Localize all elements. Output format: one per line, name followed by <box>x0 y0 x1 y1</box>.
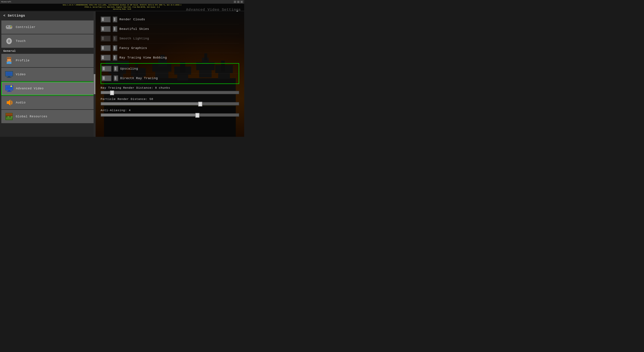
ray-tracing-view-bobbing-label: Ray Tracing View Bobbing <box>120 56 167 59</box>
ray-tracing-view-bobbing-toggle[interactable] <box>100 55 111 61</box>
toggle-row-ray-tracing-view-bobbing: Ray Tracing View Bobbing <box>100 53 239 62</box>
svg-rect-36 <box>10 57 11 59</box>
svg-rect-39 <box>7 61 8 62</box>
ray-tracing-render-distance-label: Ray Tracing Render Distance: 8 chunks <box>100 86 239 89</box>
sidebar-item-touch-label: Touch <box>16 39 26 43</box>
sidebar-item-touch[interactable]: Touch <box>1 34 94 48</box>
beautiful-skies-toggle[interactable] <box>100 26 111 32</box>
render-clouds-toggle2[interactable] <box>113 16 118 22</box>
beautiful-skies-handle <box>102 27 104 31</box>
minimize-button[interactable]: − <box>234 1 236 3</box>
maximize-button[interactable]: □ <box>237 1 240 3</box>
fancy-graphics-toggle[interactable] <box>100 45 111 51</box>
sidebar-item-profile[interactable]: Profile <box>1 54 94 67</box>
titlebar: Minecraft − □ × <box>0 0 244 4</box>
sidebar-item-video-label: Video <box>16 73 26 76</box>
svg-rect-57 <box>11 116 12 117</box>
smooth-lighting-toggle2[interactable] <box>113 35 118 41</box>
controller-icon <box>5 23 13 31</box>
particle-render-distance-thumb[interactable] <box>198 102 202 106</box>
close-button[interactable]: × <box>240 1 243 3</box>
sidebar-item-advanced-video-label: Advanced Video <box>16 87 44 90</box>
video-icon <box>5 70 13 78</box>
sidebar-item-controller[interactable]: Controller <box>1 20 94 34</box>
directx-ray-tracing-toggle[interactable] <box>102 75 112 81</box>
svg-rect-44 <box>7 77 12 78</box>
anti-aliasing-label: Anti-Aliasing: 4 <box>100 109 239 112</box>
upscaling-toggle[interactable] <box>102 66 112 72</box>
titlebar-title: Minecraft <box>1 1 11 3</box>
main-container: < Settings Controller <box>0 11 244 137</box>
toggle-row-beautiful-skies: Beautiful Skies <box>100 24 239 34</box>
svg-point-33 <box>8 40 10 42</box>
sidebar-item-global-resources[interactable]: Global Resources <box>1 110 94 123</box>
directx-ray-tracing-handle <box>102 76 105 80</box>
anti-aliasing-track[interactable] <box>100 113 239 117</box>
toggle-row-render-clouds: Render Clouds <box>100 15 239 24</box>
svg-rect-26 <box>8 26 8 27</box>
back-button[interactable]: < Settings <box>0 11 28 20</box>
svg-rect-48 <box>7 91 12 92</box>
particle-render-distance-track[interactable] <box>100 102 239 105</box>
beautiful-skies-handle2 <box>114 27 116 31</box>
ray-tracing-render-distance-track[interactable] <box>100 91 239 94</box>
debug-line1: beta 1.15.0.7 (RENDERDRAGON) D3D12 RTX C… <box>1 4 244 6</box>
controller-svg <box>5 24 13 30</box>
advanced-video-icon <box>5 84 13 92</box>
profile-icon <box>5 56 13 64</box>
upscaling-handle <box>102 67 105 70</box>
svg-rect-37 <box>8 59 10 60</box>
svg-rect-24 <box>6 25 12 29</box>
video-svg <box>5 71 13 78</box>
fancy-graphics-label: Fancy Graphics <box>120 46 147 50</box>
render-clouds-toggle[interactable] <box>100 16 111 22</box>
ray-tracing-render-distance-section: Ray Tracing Render Distance: 8 chunks <box>100 85 239 96</box>
ray-tracing-view-bobbing-toggle2[interactable] <box>113 55 118 61</box>
directx-ray-tracing-label: DirectX Ray Tracing <box>120 77 158 80</box>
debug-bar: beta 1.15.0.7 (RENDERDRAGON) D3D12 RTX C… <box>0 4 244 11</box>
anti-aliasing-thumb[interactable] <box>196 113 200 118</box>
sidebar: < Settings Controller <box>0 11 96 137</box>
smooth-lighting-handle <box>102 36 104 40</box>
fancy-graphics-handle2 <box>114 46 116 50</box>
debug-line3: Upscaling Mode: DLSS <box>1 8 244 10</box>
svg-marker-50 <box>7 100 10 106</box>
anti-aliasing-section: Anti-Aliasing: 4 <box>100 107 239 118</box>
svg-rect-52 <box>6 113 12 116</box>
directx-ray-tracing-toggle2[interactable] <box>114 75 118 81</box>
smooth-lighting-handle2 <box>114 36 116 40</box>
ray-tracing-view-bobbing-handle2 <box>114 56 116 59</box>
sidebar-scroll-thumb[interactable] <box>94 74 96 94</box>
ray-tracing-render-distance-thumb[interactable] <box>110 90 114 95</box>
upscaling-handle2 <box>114 67 116 70</box>
green-group: Upscaling DirectX Ray Tracing <box>100 63 239 84</box>
svg-rect-55 <box>8 116 9 117</box>
smooth-lighting-toggle[interactable] <box>100 35 111 41</box>
toggle-row-upscaling: Upscaling <box>102 64 238 74</box>
svg-rect-47 <box>8 90 10 91</box>
sidebar-item-video[interactable]: Video <box>1 68 94 81</box>
beautiful-skies-label: Beautiful Skies <box>120 27 149 31</box>
directx-ray-tracing-handle2 <box>114 76 116 80</box>
sidebar-item-advanced-video[interactable]: Advanced Video <box>1 82 94 95</box>
svg-rect-54 <box>6 116 8 117</box>
advanced-video-svg <box>5 85 13 92</box>
debug-line2: FPS53.4, ServerTime:1.2, Mem:5129, Highe… <box>1 6 244 8</box>
sidebar-item-audio[interactable]: Audio <box>1 96 94 109</box>
global-resources-icon <box>5 112 13 120</box>
audio-icon <box>5 99 13 107</box>
render-clouds-handle2 <box>114 17 116 21</box>
particle-render-distance-filled <box>101 102 200 105</box>
upscaling-toggle2[interactable] <box>114 66 118 72</box>
touch-svg <box>6 37 12 45</box>
fancy-graphics-toggle2[interactable] <box>113 45 118 51</box>
ray-tracing-view-bobbing-handle <box>102 56 104 59</box>
content-panel: Render Clouds Beautiful Skies Smooth Lig… <box>96 11 244 137</box>
beautiful-skies-toggle2[interactable] <box>113 26 118 32</box>
svg-rect-56 <box>10 116 11 117</box>
render-clouds-handle <box>102 17 104 21</box>
sidebar-scrollbar[interactable] <box>94 11 96 137</box>
anti-aliasing-filled <box>101 114 198 116</box>
svg-rect-40 <box>10 61 12 62</box>
svg-point-30 <box>10 26 12 27</box>
